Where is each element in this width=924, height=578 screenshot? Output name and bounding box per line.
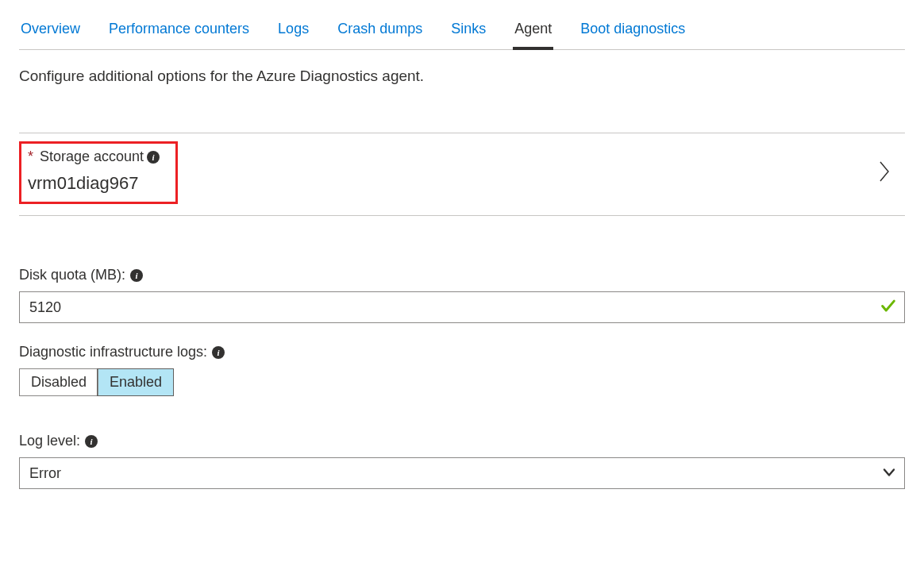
info-icon[interactable]: i [212,346,225,359]
diag-logs-toggle: Disabled Enabled [19,368,174,396]
valid-check-icon [880,298,897,318]
diag-logs-enabled-button[interactable]: Enabled [98,369,173,395]
diag-logs-disabled-button[interactable]: Disabled [20,369,98,395]
storage-account-label: Storage account [40,148,144,165]
chevron-right-icon [876,159,892,187]
storage-account-value: vrm01diag967 [28,173,160,194]
tab-sinks[interactable]: Sinks [449,16,487,50]
info-icon[interactable]: i [147,151,160,164]
tab-boot-diagnostics[interactable]: Boot diagnostics [579,16,687,50]
tab-crash-dumps[interactable]: Crash dumps [336,16,424,50]
disk-quota-input[interactable] [19,291,905,323]
disk-quota-label: Disk quota (MB): [19,267,125,283]
highlight-box: * Storage account i vrm01diag967 [19,141,178,204]
info-icon[interactable]: i [130,269,143,282]
diag-logs-label: Diagnostic infrastructure logs: [19,344,207,360]
agent-description: Configure additional options for the Azu… [19,67,905,85]
info-icon[interactable]: i [85,435,98,448]
storage-account-selector[interactable]: * Storage account i vrm01diag967 [19,133,905,216]
required-indicator: * [28,148,33,165]
tab-agent[interactable]: Agent [513,16,553,50]
log-level-select[interactable]: Error [19,457,905,489]
tab-logs[interactable]: Logs [276,16,310,50]
log-level-label: Log level: [19,433,80,449]
tab-performance-counters[interactable]: Performance counters [107,16,251,50]
tab-overview[interactable]: Overview [19,16,82,50]
tabs: Overview Performance counters Logs Crash… [19,16,905,50]
